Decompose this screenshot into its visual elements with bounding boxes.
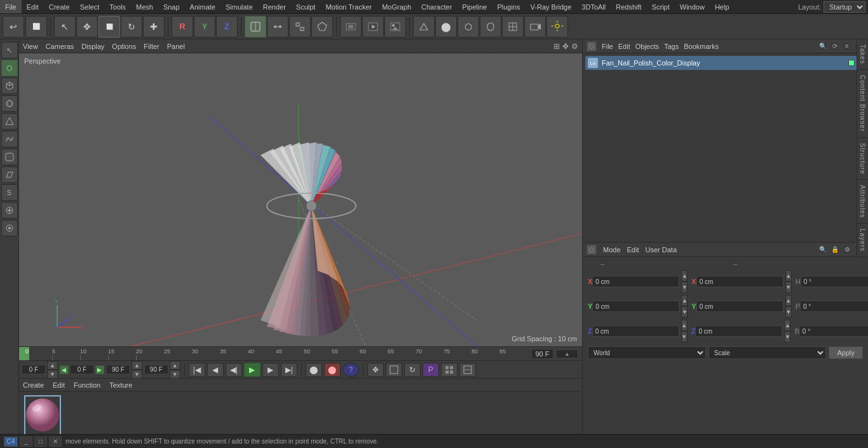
x-rot-input[interactable] (696, 276, 783, 287)
menu-select[interactable]: Select (75, 0, 105, 13)
sb-cloner-btn[interactable] (1, 202, 18, 219)
menu-pipeline[interactable]: Pipeline (457, 0, 492, 13)
obj-file-btn[interactable]: File (602, 43, 613, 50)
create-tool-button[interactable]: ✚ (143, 16, 165, 37)
vtab-takes[interactable]: Takes (857, 39, 868, 70)
polygon-mode-button[interactable] (311, 16, 333, 37)
obj-objects-btn[interactable]: Objects (635, 43, 659, 50)
move-tool-button[interactable]: ✥ (76, 16, 98, 37)
pb-keys-btn[interactable] (459, 363, 476, 377)
rotate-tool-button[interactable]: ↻ (121, 16, 142, 37)
x-rot-down[interactable]: ▼ (785, 282, 792, 293)
vtab-layers[interactable]: Layers (857, 224, 868, 257)
attr-panel-menu-icon[interactable]: ⬡ (587, 245, 597, 255)
vp-settings-icon[interactable]: ⚙ (571, 42, 578, 51)
x-axis-button[interactable]: R (172, 16, 193, 37)
menu-mesh[interactable]: Mesh (131, 0, 158, 13)
pb-move-btn[interactable]: ✥ (367, 363, 384, 377)
status-cinema-icon[interactable]: C4 (4, 437, 18, 447)
sb-camera-btn[interactable]: S (1, 184, 18, 201)
object-item-fan-nail[interactable]: Lo Fan_Nail_Polish_Color_Display (585, 56, 865, 70)
record-button[interactable]: ⬤ (306, 363, 322, 377)
x-pos-up[interactable]: ▲ (681, 270, 688, 282)
obj-filter-icon[interactable]: ⟳ (830, 41, 840, 51)
menu-edit[interactable]: Edit (22, 0, 44, 13)
point-mode-button[interactable] (267, 16, 288, 37)
vtab-structure[interactable]: Structure (857, 138, 868, 180)
menu-motion-tracker[interactable]: Motion Tracker (320, 0, 377, 13)
vp-menu-cameras[interactable]: Cameras (46, 43, 74, 50)
obj-bookmarks-btn[interactable]: Bookmarks (684, 43, 719, 50)
start-frame-up[interactable]: ▲ (47, 361, 58, 370)
sb-sphere-btn[interactable] (1, 95, 18, 112)
picture-viewer-button[interactable] (384, 16, 406, 37)
preview-start-down[interactable]: ▼ (132, 370, 142, 379)
status-minimize-icon[interactable]: _ (20, 437, 32, 447)
menu-sculpt[interactable]: Sculpt (291, 0, 321, 13)
attr-search-icon[interactable]: 🔍 (818, 245, 828, 255)
go-start-button[interactable]: |◀ (189, 363, 205, 377)
mat-menu-function[interactable]: Function (74, 381, 100, 389)
menu-simulate[interactable]: Simulate (220, 0, 258, 13)
attr-edit-btn[interactable]: Edit (627, 246, 639, 254)
step-forward-button[interactable]: ▶ (262, 363, 279, 377)
sb-field-btn[interactable] (1, 220, 18, 236)
scale-dropdown[interactable]: Scale (709, 346, 827, 359)
viewport[interactable]: Perspective Grid Spacing : 10 cm X Y Z (19, 53, 582, 346)
vtab-attributes[interactable]: Attributes (857, 180, 868, 224)
attr-lock-icon[interactable]: 🔒 (830, 245, 840, 255)
attr-mode-btn[interactable]: Mode (603, 246, 621, 254)
preview-end-input[interactable] (144, 365, 168, 374)
y-axis-button[interactable]: Y (194, 16, 215, 37)
z-rot-up[interactable]: ▲ (784, 320, 790, 331)
sb-cube-btn[interactable] (1, 78, 18, 94)
menu-character[interactable]: Character (416, 0, 457, 13)
h-input[interactable] (801, 276, 868, 287)
grid-button[interactable] (502, 16, 524, 37)
current-frame-input[interactable] (70, 365, 94, 374)
undo-button[interactable]: ↩ (3, 16, 24, 37)
menu-render[interactable]: Render (258, 0, 291, 13)
vp-menu-view[interactable]: View (23, 43, 38, 50)
layout-dropdown[interactable]: Startup (824, 1, 865, 13)
pb-autokey-btn[interactable]: P (423, 363, 439, 377)
menu-help[interactable]: Help (710, 0, 735, 13)
vtab-content-browser[interactable]: Content Browser (857, 70, 868, 137)
sb-spline-btn[interactable] (1, 131, 18, 147)
y-rot-input[interactable] (696, 301, 783, 312)
paint-button[interactable]: ⬤ (435, 16, 457, 37)
obj-panel-menu-icon[interactable]: ⬡ (587, 41, 597, 51)
apply-button[interactable]: Apply (829, 346, 863, 359)
timeline-start-marker[interactable] (19, 347, 24, 360)
render-preview-button[interactable] (340, 16, 362, 37)
preview-start-up[interactable]: ▲ (132, 361, 142, 370)
preview-start-input[interactable] (106, 365, 130, 374)
menu-window[interactable]: Window (675, 0, 710, 13)
z-axis-button[interactable]: Z (216, 16, 238, 37)
menu-vray[interactable]: V-Ray Bridge (526, 0, 577, 13)
redo-button[interactable]: ⬜ (25, 16, 47, 37)
capsule-button[interactable] (480, 16, 501, 37)
y-pos-input[interactable] (592, 301, 679, 312)
z-pos-down[interactable]: ▼ (681, 331, 688, 343)
menu-plugins[interactable]: Plugins (492, 0, 525, 13)
go-end-button[interactable]: ▶| (281, 363, 297, 377)
menu-snap[interactable]: Snap (158, 0, 185, 13)
edge-mode-button[interactable] (289, 16, 311, 37)
animation-render-button[interactable] (362, 16, 384, 37)
start-frame-input[interactable] (22, 365, 46, 374)
z-rot-down[interactable]: ▼ (784, 331, 790, 343)
x-rot-up[interactable]: ▲ (785, 270, 792, 282)
obj-settings-icon[interactable]: ≡ (842, 41, 852, 51)
frame-indicator-left[interactable]: ◀ (60, 365, 69, 374)
star-button[interactable]: ⬡ (458, 16, 479, 37)
mat-menu-texture[interactable]: Texture (109, 381, 132, 389)
obj-tags-btn[interactable]: Tags (664, 43, 679, 50)
sb-deformer-btn[interactable] (1, 166, 18, 183)
frame-indicator-right[interactable]: ▶ (95, 365, 104, 374)
y-rot-down[interactable]: ▼ (785, 306, 792, 318)
preview-end-up[interactable]: ▲ (170, 361, 180, 370)
perspective-button[interactable] (413, 16, 435, 37)
step-back-button[interactable]: ◀ (207, 363, 224, 377)
timeline-ruler[interactable]: 0 5 10 15 20 25 30 35 40 45 50 55 60 (24, 347, 527, 360)
